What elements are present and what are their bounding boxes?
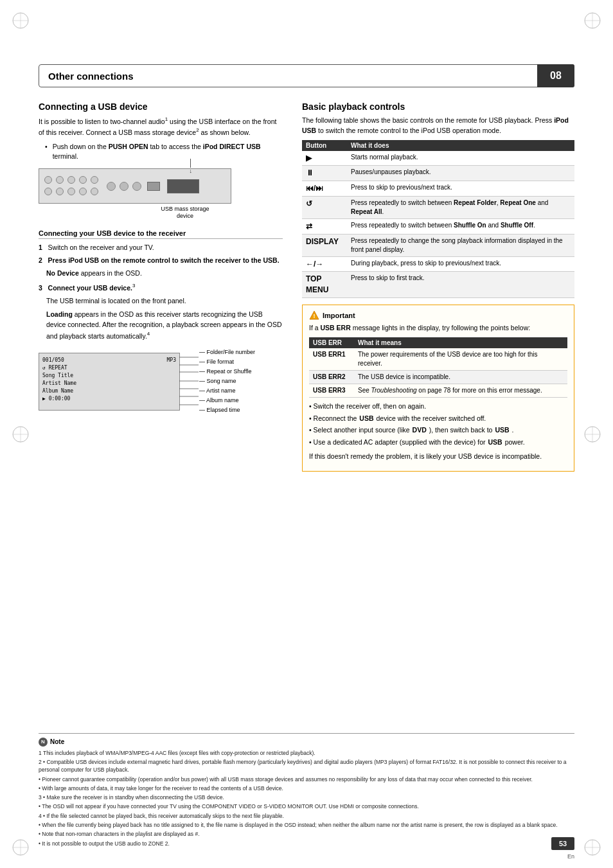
two-column-layout: Connecting a USB device It is possible t… [39,95,574,478]
rx-circle-5 [91,176,98,184]
important-bullet-item: • Switch the receiver off, then on again… [309,402,567,412]
cell-err-code: USB ERR3 [309,384,354,397]
rx-circle-1 [44,176,52,184]
svg-text:!: ! [314,313,315,319]
err-table-row: USB ERR1The power requirements of the US… [309,348,567,371]
main-content: Connecting a USB device It is possible t… [39,95,574,740]
step3-header: 3 Connect your USB device.3 [39,282,283,293]
warning-icon: ! [309,310,319,321]
cell-button: ↺ [302,196,347,218]
important-bullet-item: • Use a dedicated AC adapter (supplied w… [309,438,567,448]
receiver-usb-port [147,182,160,191]
table-row: TOP MENUPress to skip to first track. [302,272,574,298]
header-bar: Other connections 08 [39,64,574,87]
cell-button: ⇄ [302,218,347,234]
footnotes-container: 1 This includes playback of WMA/MP3/MPEG… [39,749,574,847]
header-title: Other connections [48,71,134,82]
step1: 1 Switch on the receiver and your TV. [39,243,283,253]
ps-row-4: Artist Name [42,380,176,387]
cell-button: DISPLAY [302,234,347,256]
right-column: Basic playback controls The following ta… [302,95,574,478]
table-row: ▶Starts normal playback. [302,151,574,166]
rx-btn-3 [132,182,141,191]
err-table-row: USB ERR2The USB device is incompatible. [309,370,567,384]
step2-note: No Device appears in the OSD. [46,269,283,279]
receiver-sketch: ↓ [39,168,231,204]
footnote: • When the file currently being played b… [39,821,574,829]
page-lang: En [567,853,574,860]
usb-intro-text: It is possible to listen to two-channel … [39,116,283,138]
rx-circle-2 [56,176,64,184]
table-row: ←/→During playback, press to skip to pre… [302,256,574,272]
corner-mark-tr [583,12,601,30]
rx-circle-10 [91,188,98,195]
footnote: 2 • Compatible USB devices include exter… [39,758,574,774]
corner-mark-br [583,838,601,856]
cell-err-code: USB ERR2 [309,370,354,384]
th-button: Button [302,140,347,151]
note-title: N Note [39,738,574,747]
step2: 2 Press iPod USB on the remote control t… [39,256,283,266]
cell-desc: Press repeatedly to change the song play… [347,234,574,256]
cell-desc: Starts normal playback. [347,151,574,166]
err-table-row: USB ERR3See Troubleshooting on page 78 f… [309,384,567,397]
footnote: 4 • If the file selected cannot be playe… [39,812,574,820]
corner-mark-bl [12,838,30,856]
osd-diagram-section: 001/050MP3 ↺ REPEAT Song Title Artist Na… [39,348,283,416]
rx-circle-3 [67,176,75,184]
cell-button: ⏸ [302,166,347,181]
footnote: 1 This includes playback of WMA/MP3/MPEG… [39,749,574,757]
cell-err-desc: See Troubleshooting on page 78 for more … [354,384,567,397]
footnote: • Note that non-roman characters in the … [39,830,574,838]
important-bullet-item: • Select another input source (like DVD)… [309,425,567,436]
basic-controls-title: Basic playback controls [302,102,574,112]
important-footer: If this doesn't remedy the problem, it i… [309,452,567,462]
playback-screen-container: 001/050MP3 ↺ REPEAT Song Title Artist Na… [39,348,180,416]
cell-desc: Press repeatedly to switch between Shuff… [347,218,574,234]
rx-circle-9 [79,188,87,195]
ps-row-6: ▶ 0:00:00 [42,395,176,403]
cell-desc: During playback, press to skip to previo… [347,256,574,272]
table-row: ⏮/⏭Press to skip to previous/next track. [302,181,574,197]
usb-section-title: Connecting a USB device [39,102,283,112]
usb-arrow-label: ↓ [190,159,193,174]
table-row: ↺Press repeatedly to switch between Repe… [302,196,574,218]
usb-storage-label: USB mass storage device [159,206,211,220]
rx-btn-1 [107,182,116,191]
corner-mark-tl [12,12,30,30]
usb-err-table: USB ERR What it means USB ERR1The power … [309,337,567,398]
corner-mark-mr [583,425,601,443]
basic-controls-table: Button What it does ▶Starts normal playb… [302,140,574,299]
table-header-row: Button What it does [302,140,574,151]
important-bullets: • Switch the receiver off, then on again… [309,402,567,448]
cell-button: TOP MENU [302,272,347,298]
step3-loading: Loading appears in the OSD as this recei… [46,310,283,341]
ps-row-3: Song Title [42,372,176,380]
cell-button: ▶ [302,151,347,166]
rx-circle-8 [67,188,75,195]
important-intro: If a USB ERR message lights in the displ… [309,323,567,333]
th-usb-err: USB ERR [309,337,354,348]
receiver-diagram-container: ↓ USB mass storage device [39,168,238,204]
important-title: ! Important [309,310,567,321]
receiver-buttons [107,182,141,191]
basic-controls-intro: The following table shows the basic cont… [302,116,574,136]
important-box: ! Important If a USB ERR message lights … [302,305,574,472]
footnote: • With large amounts of data, it may tak… [39,784,574,792]
corner-mark-ml [12,425,30,443]
cell-err-desc: The USB device is incompatible. [354,370,567,384]
footnote: • The OSD will not appear if you have co… [39,802,574,810]
cell-desc: Press to skip to previous/next track. [347,181,574,197]
chapter-badge: 08 [537,64,574,87]
cell-button: ←/→ [302,256,347,272]
table-row: DISPLAYPress repeatedly to change the so… [302,234,574,256]
th-whatitdoes: What it does [347,140,574,151]
cell-desc: Pauses/unpauses playback. [347,166,574,181]
left-column: Connecting a USB device It is possible t… [39,95,283,478]
err-header-row: USB ERR What it means [309,337,567,348]
ps-row-1: 001/050MP3 [42,357,176,364]
rx-circle-6 [44,188,52,195]
table-row: ⏸Pauses/unpauses playback. [302,166,574,181]
footnote: • Pioneer cannot guarantee compatibility… [39,775,574,783]
cell-desc: Press repeatedly to switch between Repea… [347,196,574,218]
